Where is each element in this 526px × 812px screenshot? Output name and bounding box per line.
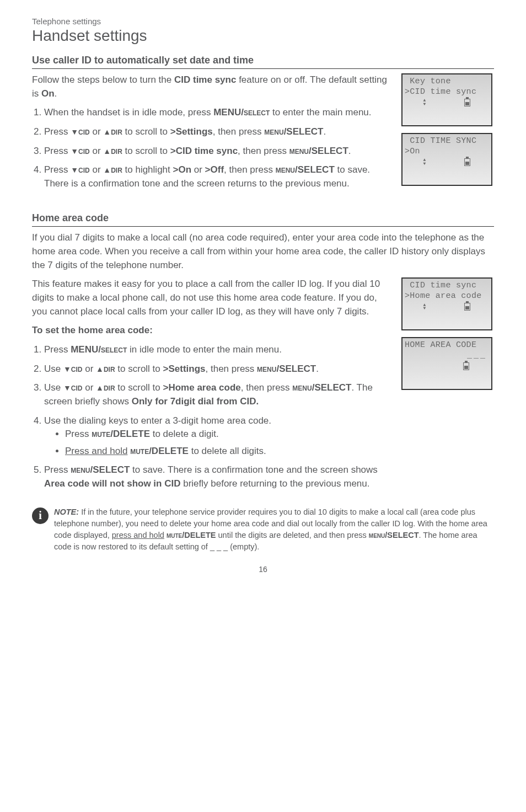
t: >Settings: [170, 126, 213, 137]
t: to scroll to: [122, 146, 170, 156]
t: On: [41, 88, 55, 99]
triangle-up-icon: [103, 146, 111, 156]
t: to highlight: [122, 164, 173, 175]
t: briefly before returning to the previous…: [180, 478, 369, 489]
hac-para2: This feature makes it easy for you to pl…: [32, 277, 393, 318]
hac-para1: If you dial 7 digits to make a local cal…: [32, 231, 494, 272]
bullet: Press and hold mute/DELETE to delete all…: [65, 445, 393, 458]
t: cid: [71, 382, 83, 393]
t: menu/SELECT: [292, 382, 351, 393]
t: Press: [44, 164, 71, 175]
t: >On: [173, 164, 192, 175]
t: Use: [44, 364, 63, 374]
t: menu/SELECT: [289, 146, 348, 156]
t: mute/DELETE: [167, 531, 216, 539]
triangle-up-icon: [96, 364, 104, 374]
t: to delete all digits.: [189, 446, 266, 456]
t: dir: [111, 126, 122, 137]
t: to delete a digit.: [150, 429, 219, 439]
triangle-down-icon: [71, 146, 78, 156]
t: Press: [44, 464, 71, 475]
t: Press: [44, 344, 71, 355]
hac-step-1: Press MENU/select in idle mode to enter …: [44, 343, 393, 357]
t: to enter the main menu.: [270, 107, 371, 117]
t: CID time sync: [174, 74, 236, 85]
t: menu/SELECT: [369, 531, 419, 539]
t: , then press: [213, 126, 265, 137]
t: to scroll to: [122, 126, 170, 137]
step-4: Press cid or dir to highlight >On or >Of…: [44, 163, 393, 190]
t: or: [83, 382, 96, 393]
triangle-up-icon: [103, 126, 111, 137]
lcd-line: >Home area code: [405, 291, 489, 302]
t: in idle mode to enter the main menu.: [127, 344, 282, 355]
subhead-home-area-code: Home area code: [32, 212, 494, 224]
steps-cid-sync: When the handset is in idle mode, press …: [32, 106, 393, 190]
step-2: Press cid or dir to scroll to >Settings,…: [44, 125, 393, 139]
t: Follow the steps below to turn the: [32, 74, 174, 85]
t: menu/SELECT: [276, 164, 335, 175]
t: menu/SELECT: [257, 364, 316, 374]
t: cid: [78, 164, 90, 175]
triangle-down-icon: [71, 164, 78, 175]
t: .: [316, 364, 319, 374]
battery-icon: [464, 158, 470, 166]
triangle-down-icon: [71, 126, 78, 137]
t: cid: [71, 364, 83, 374]
lcd-line: Key tone: [405, 77, 489, 87]
note-block: i NOTE: If in the future, your telephone…: [32, 506, 494, 553]
t: MENU/select: [71, 344, 127, 355]
subhead-cid-sync: Use caller ID to automatically set date …: [32, 55, 494, 66]
t: Press: [44, 146, 71, 156]
lcd-screen-cidsync: CID TIME SYNC >On: [401, 133, 492, 186]
t: mute/DELETE: [92, 429, 150, 439]
updown-icon: [423, 303, 426, 311]
intro-text: Follow the steps below to turn the CID t…: [32, 73, 393, 100]
triangle-down-icon: [63, 382, 71, 393]
t: cid: [78, 146, 90, 156]
info-icon: i: [32, 507, 49, 524]
rule: [32, 226, 494, 227]
battery-icon: [464, 99, 470, 106]
to-set-hac: To set the home area code:: [32, 324, 393, 338]
t: .: [323, 126, 326, 137]
t: , then press: [238, 146, 289, 156]
lcd-line: HOME AREA CODE: [405, 340, 489, 351]
lcd-screen-keytone: Key tone >CID time sync: [401, 73, 492, 126]
t: or: [90, 126, 104, 137]
t: , then press: [224, 164, 276, 175]
t: to scroll to: [115, 382, 163, 393]
battery-icon: [464, 303, 470, 311]
t: or: [90, 164, 104, 175]
t: .: [348, 146, 351, 156]
t: dir: [111, 164, 122, 175]
page-number: 16: [32, 565, 494, 574]
triangle-down-icon: [63, 364, 71, 374]
t: or: [83, 364, 96, 374]
lcd-line: CID TIME SYNC: [405, 136, 489, 147]
hac-step-3: Use cid or dir to scroll to >Home area c…: [44, 381, 393, 408]
t: >Home area code: [163, 382, 241, 393]
t: press and hold: [112, 531, 164, 539]
breadcrumb: Telephone settings: [32, 17, 494, 26]
t: Press: [65, 429, 92, 439]
t: to scroll to: [115, 364, 163, 374]
t: dir: [104, 364, 115, 374]
t: MENU/select: [213, 107, 270, 117]
t: to save. There is a confirmation tone an…: [130, 464, 378, 475]
bullet: Press mute/DELETE to delete a digit.: [65, 428, 393, 441]
t: menu/SELECT: [264, 126, 323, 137]
lcd-line: >On: [405, 147, 489, 157]
t: When the handset is in idle mode, press: [44, 107, 213, 117]
t: Area code will not show in CID: [44, 478, 180, 489]
section-title: Handset settings: [32, 27, 494, 45]
step-1: When the handset is in idle mode, press …: [44, 106, 393, 120]
hac-step-2: Use cid or dir to scroll to >Settings, t…: [44, 362, 393, 376]
steps-hac: Press MENU/select in idle mode to enter …: [32, 343, 393, 491]
lcd-line: >CID time sync: [405, 87, 489, 98]
t: dir: [104, 382, 115, 393]
t: Press and hold: [65, 446, 127, 456]
t: until the digits are deleted, and then p…: [216, 531, 369, 539]
t: or: [191, 164, 205, 175]
t: mute/DELETE: [130, 446, 189, 456]
